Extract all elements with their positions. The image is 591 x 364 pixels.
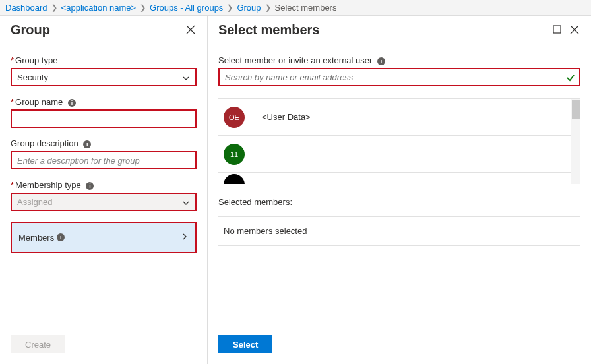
select-members-header: Select members [208, 16, 591, 47]
close-icon[interactable] [186, 25, 197, 36]
create-button[interactable]: Create [11, 335, 65, 353]
select-members-footer: Select [208, 324, 591, 364]
selected-members-box: No members selected [218, 216, 580, 246]
scrollbar[interactable] [571, 99, 580, 184]
select-members-panel: Select members Select member or invite a… [208, 16, 591, 364]
member-search-input[interactable] [220, 69, 579, 85]
group-name-label: *Group name i [11, 97, 197, 107]
info-icon[interactable]: i [86, 182, 94, 190]
chevron-right-icon [181, 233, 189, 243]
group-panel-header: Group [0, 16, 207, 47]
info-icon[interactable]: i [377, 57, 385, 65]
chevron-down-icon [182, 75, 190, 84]
member-name: <User Data> [262, 112, 311, 122]
close-icon[interactable] [570, 25, 580, 36]
member-list: OE <User Data> 11 [218, 98, 580, 184]
membership-type-label: *Membership type i [11, 180, 197, 190]
svg-rect-0 [553, 26, 561, 33]
chevron-right-icon: ❯ [263, 3, 274, 12]
check-icon [566, 73, 575, 84]
group-type-label: *Group type [11, 55, 197, 65]
search-label: Select member or invite an external user… [218, 55, 580, 65]
field-group-type: *Group type Security [11, 55, 197, 86]
breadcrumb-app[interactable]: <application name> [60, 3, 137, 13]
selected-members-label: Selected members: [218, 197, 580, 207]
chevron-right-icon: ❯ [49, 3, 60, 12]
group-panel-title: Group [11, 22, 179, 38]
field-members: Members i [11, 222, 197, 253]
field-membership-type: *Membership type i Assigned [11, 180, 197, 211]
chevron-right-icon: ❯ [224, 3, 235, 12]
member-item[interactable]: OE <User Data> [218, 99, 580, 136]
member-search-wrap [218, 68, 580, 86]
info-icon[interactable]: i [83, 140, 91, 148]
group-type-select[interactable]: Security [11, 68, 197, 86]
select-button[interactable]: Select [218, 335, 272, 353]
scrollbar-thumb[interactable] [572, 100, 580, 119]
info-icon[interactable]: i [68, 99, 76, 107]
member-item[interactable]: 11 [218, 136, 580, 173]
breadcrumb-group[interactable]: Group [235, 3, 262, 13]
breadcrumb-current: Select members [274, 3, 338, 13]
membership-type-select[interactable]: Assigned [11, 193, 197, 211]
maximize-icon[interactable] [553, 25, 563, 36]
breadcrumb: Dashboard ❯ <application name> ❯ Groups … [0, 0, 591, 16]
info-icon[interactable]: i [57, 233, 65, 241]
field-group-name: *Group name i [11, 97, 197, 128]
member-item[interactable] [218, 173, 580, 184]
breadcrumb-dashboard[interactable]: Dashboard [4, 3, 49, 13]
avatar [224, 174, 245, 184]
chevron-right-icon: ❯ [137, 3, 148, 12]
breadcrumb-groups[interactable]: Groups - All groups [148, 3, 224, 13]
group-name-input[interactable] [12, 111, 195, 127]
members-selector[interactable]: Members i [11, 222, 197, 253]
field-group-desc: Group description i [11, 138, 197, 169]
group-desc-input-wrap [11, 151, 197, 169]
chevron-down-icon [182, 199, 190, 209]
avatar: OE [224, 107, 245, 128]
group-desc-label: Group description i [11, 138, 197, 148]
group-panel-footer: Create [0, 324, 207, 364]
group-panel: Group *Group type Security *Group name i [0, 16, 208, 364]
avatar: 11 [224, 144, 245, 165]
members-label: Members [18, 233, 54, 243]
group-desc-input[interactable] [12, 152, 195, 168]
select-members-title: Select members [218, 22, 546, 38]
group-type-value: Security [17, 73, 48, 82]
group-name-input-wrap [11, 109, 197, 128]
membership-type-value: Assigned [17, 197, 52, 207]
